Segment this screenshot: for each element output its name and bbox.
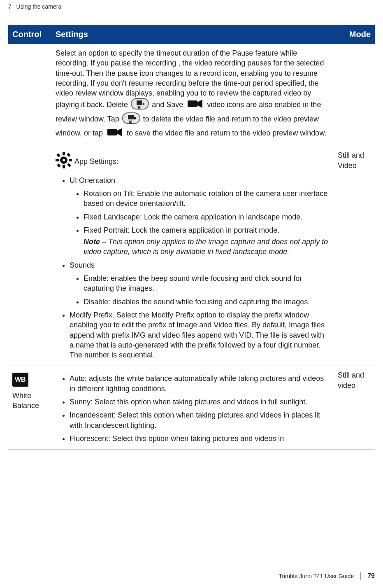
list-item: Rotation on Tilt: Enable the automatic r…: [84, 189, 330, 209]
svg-rect-19: [56, 153, 60, 157]
wb-icon: WB: [12, 373, 28, 387]
list-item: Sounds Enable: enables the beep sound wh…: [70, 260, 330, 307]
list-item: Auto: adjusts the white balance automati…: [70, 373, 330, 394]
gear-icon: [56, 152, 72, 171]
table-row: WB White Balance Auto: adjusts the white…: [8, 366, 375, 450]
control-label: White Balance: [12, 391, 47, 411]
delete-icon: [131, 98, 149, 112]
fixed-portrait-text: Fixed Portrait: Lock the camera applicat…: [84, 226, 279, 234]
table-row: Select an option to specify the timeout …: [8, 44, 375, 146]
list-item: Fixed Portrait: Lock the camera applicat…: [84, 225, 330, 257]
note-body: This option only applies to the image ca…: [84, 238, 328, 256]
chapter-title: Using the camera: [16, 3, 61, 10]
svg-rect-18: [69, 159, 72, 161]
sounds-label: Sounds: [70, 261, 95, 269]
svg-point-14: [61, 158, 66, 163]
svg-rect-9: [134, 117, 136, 119]
table-header-row: Control Settings Mode: [8, 25, 375, 44]
note-text: Note – This option only applies to the i…: [84, 237, 330, 257]
bullet-list: UI Orientation Rotation on Tilt: Enable …: [56, 175, 330, 360]
app-settings-label: App Settings:: [74, 156, 118, 166]
list-item: Modify Prefix. Select the Modify Prefix …: [70, 310, 330, 360]
svg-rect-1: [137, 100, 142, 105]
svg-rect-22: [57, 163, 61, 168]
settings-table: Control Settings Mode Select an option t…: [8, 25, 375, 450]
list-item: Incandescent: Select this option when ta…: [70, 410, 330, 430]
page-footer: Trimble Juno T41 User Guide 79: [279, 572, 375, 580]
footer-page-number: 79: [367, 572, 375, 580]
svg-rect-5: [188, 100, 197, 107]
table-row: App Settings: UI Orientation Rotation on…: [8, 146, 375, 366]
note-label: Note –: [84, 238, 106, 246]
wb-control: WB White Balance: [12, 373, 47, 411]
footer-sep: [360, 572, 361, 580]
mode-cell: Still and Video: [334, 146, 375, 366]
list-item: Enable: enables the beep sound while foc…: [84, 273, 330, 294]
svg-marker-13: [117, 128, 122, 136]
list-item: Fluorescent: Select this option when tak…: [70, 434, 330, 443]
svg-rect-20: [67, 163, 71, 167]
list-item: Sunny: Select this option when taking pi…: [70, 397, 330, 407]
svg-rect-8: [128, 115, 134, 119]
svg-marker-6: [197, 100, 202, 108]
ui-orientation-label: UI Orientation: [70, 176, 115, 184]
app-settings-header: App Settings:: [56, 152, 330, 171]
footer-doc-title: Trimble Juno T41 User Guide: [279, 573, 354, 579]
svg-rect-16: [63, 165, 65, 168]
delete-icon: [122, 112, 140, 126]
col-mode-header: Mode: [334, 25, 375, 44]
col-settings-header: Settings: [51, 25, 334, 44]
col-control-header: Control: [8, 25, 51, 44]
svg-rect-2: [143, 103, 144, 105]
list-item: UI Orientation Rotation on Tilt: Enable …: [70, 175, 330, 257]
list-item: Fixed Landscape: Lock the camera applica…: [84, 212, 330, 222]
list-item: Disable: disables the sound while focusi…: [84, 297, 330, 307]
svg-rect-21: [67, 153, 71, 157]
body-text: to save the video file and return to the…: [127, 129, 326, 137]
videocam-icon: [186, 98, 204, 112]
mode-cell: Still and video: [334, 366, 375, 450]
videocam-icon: [106, 126, 124, 140]
body-text: and Save: [152, 100, 185, 109]
svg-rect-12: [107, 129, 117, 135]
chapter-header: 7 Using the camera: [8, 3, 375, 10]
chapter-number: 7: [8, 3, 12, 10]
svg-rect-17: [56, 159, 59, 161]
svg-rect-15: [63, 152, 65, 155]
